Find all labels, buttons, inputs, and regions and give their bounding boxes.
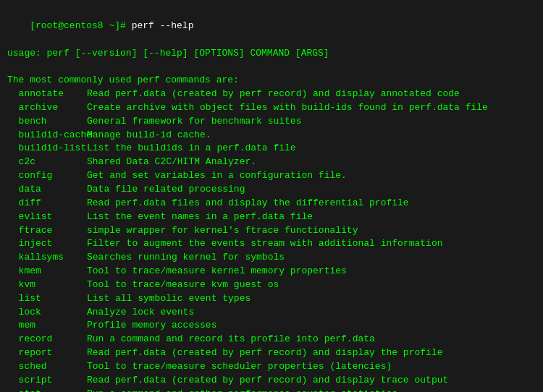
command-description: General framework for benchmark suites bbox=[87, 116, 301, 127]
command-name: kvm bbox=[7, 278, 87, 292]
command-description: Manage build-id cache. bbox=[87, 129, 211, 140]
command-description: Run a command and gather performance cou… bbox=[87, 388, 397, 392]
command-description: List the event names in a perf.data file bbox=[87, 211, 313, 222]
command-description: Analyze lock events bbox=[87, 307, 194, 318]
command-name: c2c bbox=[7, 155, 87, 169]
command-entry: kallsyms Searches running kernel for sym… bbox=[7, 251, 536, 265]
command-description: Data file related processing bbox=[87, 184, 245, 195]
command-description: Searches running kernel for symbols bbox=[87, 252, 285, 263]
command-entry: sched Tool to trace/measure scheduler pr… bbox=[7, 360, 536, 374]
usage-line: usage: perf [--version] [--help] [OPTION… bbox=[7, 47, 536, 61]
command-description: Tool to trace/measure kvm guest os bbox=[87, 279, 279, 290]
command-name: stat bbox=[7, 388, 87, 392]
command-name: kmem bbox=[7, 265, 87, 278]
prompt-line-1: [root@centos8 ~]# perf --help bbox=[7, 6, 536, 47]
command-entry: c2c Shared Data C2C/HITM Analyzer. bbox=[7, 155, 536, 169]
command-name: bench bbox=[7, 115, 87, 129]
command-description: Get and set variables in a configuration… bbox=[87, 170, 347, 181]
command-description: Read perf.data files and display the dif… bbox=[87, 197, 409, 208]
section-header: The most commonly used perf commands are… bbox=[7, 74, 536, 88]
command-description: Create archive with object files with bu… bbox=[87, 102, 488, 113]
blank-1 bbox=[7, 60, 536, 74]
command-entry: archive Create archive with object files… bbox=[7, 101, 536, 115]
command-description: Profile memory accesses bbox=[87, 320, 216, 331]
command-description: simple wrapper for kernel's ftrace funct… bbox=[87, 225, 358, 236]
command-entry: inject Filter to augment the events stre… bbox=[7, 237, 536, 251]
command-entry: config Get and set variables in a config… bbox=[7, 169, 536, 183]
command-entry: record Run a command and record its prof… bbox=[7, 333, 536, 346]
command-description: Tool to trace/measure kernel memory prop… bbox=[87, 265, 347, 276]
command-entry: mem Profile memory accesses bbox=[7, 319, 536, 333]
command-name: lock bbox=[7, 306, 87, 320]
command-description: Read perf.data (created by perf record) … bbox=[87, 88, 460, 99]
command-name: buildid-cache bbox=[7, 129, 87, 142]
command-name: list bbox=[7, 292, 87, 306]
command-name: annotate bbox=[7, 88, 87, 101]
command-entry: data Data file related processing bbox=[7, 183, 536, 197]
command-name: buildid-list bbox=[7, 142, 87, 155]
command-name: kallsyms bbox=[7, 251, 87, 265]
terminal-window: [root@centos8 ~]# perf --help usage: per… bbox=[0, 0, 543, 392]
command-name: inject bbox=[7, 237, 87, 251]
command-entry: annotate Read perf.data (created by perf… bbox=[7, 88, 536, 101]
prompt-1: [root@centos8 ~]# bbox=[30, 20, 131, 31]
command-name: data bbox=[7, 183, 87, 197]
command-entry: list List all symbolic event types bbox=[7, 292, 536, 306]
command-name: evlist bbox=[7, 210, 87, 224]
command-name: sched bbox=[7, 360, 87, 374]
commands-list: annotate Read perf.data (created by perf… bbox=[7, 88, 536, 392]
command-entry: kmem Tool to trace/measure kernel memory… bbox=[7, 265, 536, 278]
command-description: Tool to trace/measure scheduler properti… bbox=[87, 361, 392, 372]
command-name: report bbox=[7, 346, 87, 360]
command-description: List the buildids in a perf.data file bbox=[87, 142, 296, 153]
command-entry: buildid-cache Manage build-id cache. bbox=[7, 129, 536, 142]
command-name: script bbox=[7, 374, 87, 388]
command-entry: script Read perf.data (created by perf r… bbox=[7, 374, 536, 388]
command-entry: diff Read perf.data files and display th… bbox=[7, 197, 536, 210]
command-description: Read perf.data (created by perf record) … bbox=[87, 347, 442, 358]
command-name: mem bbox=[7, 319, 87, 333]
command-description: Run a command and record its profile int… bbox=[87, 333, 375, 344]
command-description: List all symbolic event types bbox=[87, 293, 251, 304]
command-entry: kvm Tool to trace/measure kvm guest os bbox=[7, 278, 536, 292]
command-entry: stat Run a command and gather performanc… bbox=[7, 388, 536, 392]
command-name: record bbox=[7, 333, 87, 346]
command-entry: ftrace simple wrapper for kernel's ftrac… bbox=[7, 224, 536, 238]
command-entry: evlist List the event names in a perf.da… bbox=[7, 210, 536, 224]
command-entry: lock Analyze lock events bbox=[7, 306, 536, 320]
command-name: diff bbox=[7, 197, 87, 210]
command-description: Shared Data C2C/HITM Analyzer. bbox=[87, 156, 256, 167]
command-entry: bench General framework for benchmark su… bbox=[7, 115, 536, 129]
command-description: Read perf.data (created by perf record) … bbox=[87, 375, 448, 385]
command-name: config bbox=[7, 169, 87, 183]
command-entry: report Read perf.data (created by perf r… bbox=[7, 346, 536, 360]
command-name: archive bbox=[7, 101, 87, 115]
command-entry: buildid-list List the buildids in a perf… bbox=[7, 142, 536, 155]
command-name: ftrace bbox=[7, 224, 87, 238]
command-description: Filter to augment the events stream with… bbox=[87, 238, 442, 249]
command-1: perf --help bbox=[132, 20, 194, 31]
